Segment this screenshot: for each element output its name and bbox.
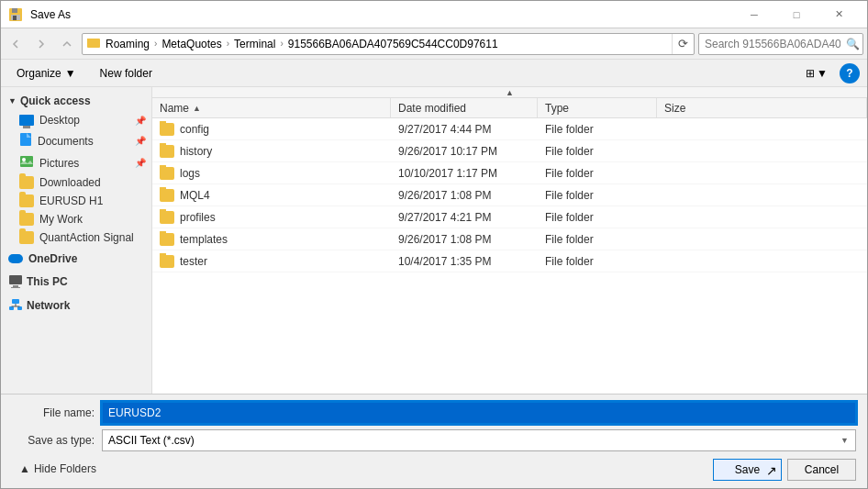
header-type-label: Type [545, 102, 569, 115]
svg-rect-15 [17, 306, 22, 310]
title-buttons: ─ □ ✕ [733, 1, 860, 28]
pin-icon: 📌 [135, 116, 146, 126]
documents-label: Documents [38, 135, 94, 148]
help-button[interactable]: ? [840, 63, 860, 83]
close-button[interactable]: ✕ [818, 1, 860, 28]
documents-icon [19, 132, 32, 150]
savetype-row: Save as type: ASCII Text (*.csv) [12, 429, 856, 451]
header-type[interactable]: Type [538, 98, 657, 117]
organize-button[interactable]: Organize ▼ [8, 64, 84, 83]
new-folder-button[interactable]: New folder [92, 64, 161, 83]
filename-input[interactable] [102, 402, 856, 424]
folder-eurusd-icon [19, 194, 34, 207]
forward-button[interactable] [30, 33, 52, 55]
my-work-label: My Work [39, 213, 83, 226]
cancel-button[interactable]: Cancel [787, 459, 856, 481]
title-bar-left: Save As [8, 7, 71, 22]
network-header[interactable]: Network [1, 295, 151, 317]
this-pc-icon [8, 274, 23, 289]
header-name-label: Name [160, 102, 189, 115]
size-mql4 [657, 194, 867, 197]
file-row-config[interactable]: config 9/27/2017 4:44 PM File folder [152, 118, 867, 140]
sidebar-item-downloaded[interactable]: Downloaded [1, 173, 151, 192]
file-row-profiles[interactable]: profiles 9/27/2017 4:21 PM File folder [152, 206, 867, 228]
type-tester: File folder [538, 253, 657, 270]
view-icon: ⊞ [806, 67, 815, 80]
this-pc-header[interactable]: This PC [1, 271, 151, 293]
file-row-logs[interactable]: logs 10/10/2017 1:17 PM File folder [152, 162, 867, 184]
sidebar-item-desktop[interactable]: Desktop 📌 [1, 111, 151, 129]
pin-icon-pics: 📌 [135, 158, 146, 168]
title-text: Save As [30, 8, 71, 21]
desktop-icon [19, 115, 34, 126]
folder-icon-config [160, 123, 174, 136]
folder-icon-logs [160, 167, 174, 180]
action-toolbar: Organize ▼ New folder ⊞ ▼ ? [1, 60, 867, 87]
filename-templates: templates [180, 233, 228, 246]
svg-rect-1 [12, 8, 17, 13]
filename-row: File name: [12, 402, 856, 424]
file-row-history[interactable]: history 9/26/2017 10:17 PM File folder [152, 140, 867, 162]
date-mql4: 9/26/2017 1:08 PM [391, 187, 538, 204]
minimize-button[interactable]: ─ [733, 1, 775, 28]
header-size[interactable]: Size [657, 98, 867, 117]
save-as-dialog: Save As ─ □ ✕ Roaming › MetaQuotes [0, 0, 868, 489]
address-bar[interactable]: Roaming › MetaQuotes › Terminal › 915566… [82, 33, 695, 55]
view-arrow-icon: ▼ [817, 67, 828, 80]
this-pc-section: This PC [1, 271, 151, 293]
file-row-tester[interactable]: tester 10/4/2017 1:35 PM File folder [152, 250, 867, 272]
back-button[interactable] [5, 33, 27, 55]
hide-folders-button[interactable]: ▲ Hide Folders [12, 459, 104, 479]
folder-icon-profiles [160, 211, 174, 224]
save-button[interactable]: Save ↗ [713, 459, 782, 481]
sidebar-item-pictures[interactable]: Pictures 📌 [1, 152, 151, 173]
type-mql4: File folder [538, 187, 657, 204]
path-metaquotes[interactable]: MetaQuotes [159, 37, 224, 51]
organize-label: Organize [17, 67, 61, 80]
view-button[interactable]: ⊞ ▼ [801, 64, 832, 83]
hide-folders-label: Hide Folders [34, 462, 96, 475]
search-icon: 🔍 [846, 38, 860, 50]
svg-rect-11 [13, 285, 18, 287]
path-roaming[interactable]: Roaming [103, 37, 152, 51]
folder-icon-history [160, 145, 174, 158]
file-row-templates[interactable]: templates 9/26/2017 1:08 PM File folder [152, 228, 867, 250]
address-refresh-button[interactable]: ⟳ [672, 34, 694, 54]
filename-history: history [180, 145, 212, 158]
quick-access-section: ▼ Quick access Desktop 📌 Documents 📌 [1, 91, 151, 247]
size-history [657, 150, 867, 153]
header-date[interactable]: Date modified [391, 98, 538, 117]
pin-icon-docs: 📌 [135, 136, 146, 146]
save-label: Save [735, 463, 760, 476]
up-button[interactable] [56, 33, 78, 55]
pictures-label: Pictures [39, 157, 79, 170]
sidebar-item-quantaction[interactable]: QuantAction Signal [1, 228, 151, 247]
folder-mywork-icon [19, 213, 34, 226]
onedrive-header[interactable]: OneDrive [1, 249, 151, 269]
network-section: Network [1, 295, 151, 317]
svg-rect-6 [20, 133, 31, 146]
sidebar-item-eurusd-h1[interactable]: EURUSD H1 [1, 192, 151, 210]
scroll-up-indicator: ▲ [152, 87, 867, 98]
search-wrapper: 🔍 [698, 33, 863, 55]
path-guid[interactable]: 915566BA06ADA407569C544CC0D97611 [285, 37, 501, 51]
size-templates [657, 238, 867, 241]
search-input[interactable] [698, 33, 863, 55]
filename-config: config [180, 123, 209, 136]
folder-downloaded-icon [19, 176, 34, 189]
filename-tester: tester [180, 255, 207, 268]
file-row-mql4[interactable]: MQL4 9/26/2017 1:08 PM File folder [152, 184, 867, 206]
path-terminal[interactable]: Terminal [231, 37, 278, 51]
quick-access-header[interactable]: ▼ Quick access [1, 91, 151, 111]
sidebar-item-my-work[interactable]: My Work [1, 210, 151, 228]
quick-access-label: Quick access [20, 94, 91, 107]
svg-rect-10 [9, 275, 22, 284]
sidebar-item-documents[interactable]: Documents 📌 [1, 129, 151, 152]
hide-folders-chevron-icon: ▲ [19, 462, 30, 475]
up-icon [61, 39, 72, 50]
search-button[interactable]: 🔍 [846, 38, 860, 50]
file-list-header: Name ▲ Date modified Type Size [152, 98, 867, 118]
savetype-select[interactable]: ASCII Text (*.csv) [102, 429, 856, 451]
maximize-button[interactable]: □ [775, 1, 818, 28]
header-name[interactable]: Name ▲ [152, 98, 391, 117]
